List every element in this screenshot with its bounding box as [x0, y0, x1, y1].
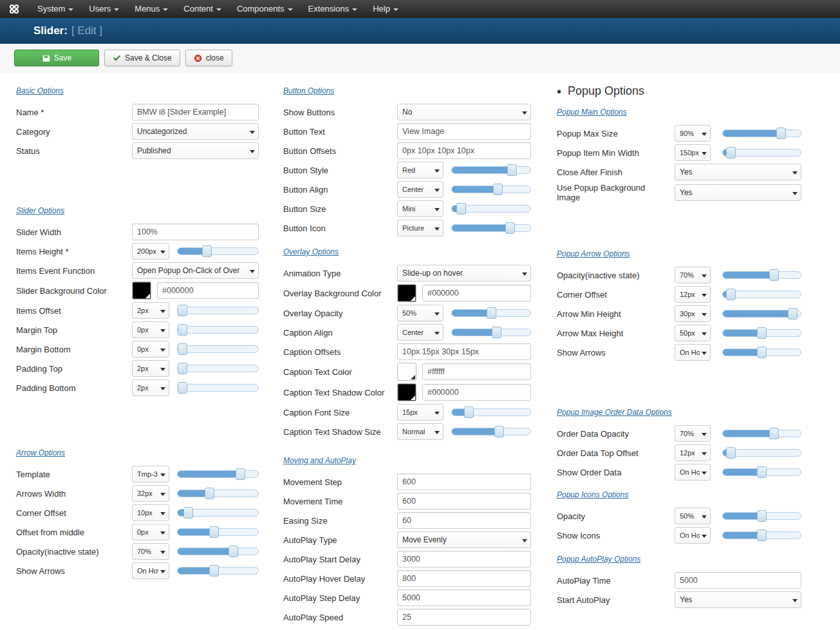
input-movement-time[interactable] — [397, 493, 531, 510]
menu-help[interactable]: Help — [365, 0, 406, 18]
slider-handle[interactable] — [757, 530, 767, 541]
select-order-data-top-offset[interactable]: 12px — [675, 444, 711, 461]
select-button-style[interactable]: Red — [397, 162, 443, 178]
slider-show-arrows[interactable] — [722, 348, 801, 356]
slider-handle[interactable] — [726, 147, 736, 158]
select-animation-type[interactable]: Slide-up on hover — [397, 265, 531, 282]
slider-handle[interactable] — [464, 406, 474, 418]
slider-handle[interactable] — [205, 488, 214, 499]
input-autoplay-step-delay[interactable] — [397, 589, 531, 606]
menu-system[interactable]: System — [30, 0, 81, 18]
slider-handle[interactable] — [505, 222, 515, 234]
input-autoplay-hover-delay[interactable] — [397, 570, 531, 587]
select-show-arrows[interactable]: On Hov — [132, 562, 169, 579]
input-easing-size[interactable] — [397, 512, 531, 529]
slider-button-icon[interactable] — [451, 224, 531, 232]
select-close-after-finish[interactable]: Yes — [675, 164, 801, 180]
save-button[interactable]: Save — [14, 50, 99, 66]
select-autoplay-type[interactable]: Move Evenly — [397, 531, 531, 548]
select-arrows-width[interactable]: 32px — [132, 485, 169, 502]
color-swatch[interactable] — [397, 363, 416, 381]
slider-popup-item-min-width[interactable] — [722, 149, 801, 157]
slider-handle[interactable] — [788, 308, 798, 320]
select-category[interactable]: Uncategorized — [132, 123, 259, 140]
slider-handle[interactable] — [757, 327, 767, 339]
input-name[interactable] — [132, 104, 259, 120]
menu-users[interactable]: Users — [81, 0, 127, 18]
select-caption-font-size[interactable]: 15px — [397, 404, 443, 421]
slider-corner-offset[interactable] — [177, 509, 259, 517]
select-template[interactable]: Tmp-3 — [132, 466, 169, 482]
slider-handle[interactable] — [494, 426, 504, 437]
select-show-arrows[interactable]: On Hov — [675, 344, 711, 361]
slider-handle[interactable] — [456, 203, 466, 215]
slider-margin-bottom[interactable] — [177, 345, 259, 353]
select-corner-offset[interactable]: 10px — [132, 504, 169, 521]
input-button-text[interactable] — [397, 123, 531, 140]
section-link-button-options[interactable]: Button Options — [283, 86, 334, 95]
section-link-slider-options[interactable]: Slider Options — [16, 206, 64, 215]
slider-corner-offset[interactable] — [722, 291, 801, 298]
slider-caption-font-size[interactable] — [451, 408, 531, 416]
slider-handle[interactable] — [202, 245, 212, 257]
slider-handle[interactable] — [178, 305, 187, 316]
select-offset-from-middle[interactable]: 0px — [132, 524, 169, 540]
slider-handle[interactable] — [236, 468, 245, 480]
slider-button-style[interactable] — [451, 166, 531, 174]
select-status[interactable]: Published — [132, 142, 259, 159]
select-items-event-function[interactable]: Open Popup On-Click of Over — [132, 262, 259, 279]
color-swatch[interactable] — [397, 284, 416, 302]
select-opacity-inactive-state[interactable]: 70% — [675, 267, 711, 283]
save-close-button[interactable]: Save & Close — [104, 50, 180, 66]
select-arrow-min-height[interactable]: 30px — [675, 305, 711, 322]
slider-handle[interactable] — [209, 526, 219, 538]
select-popup-item-min-width[interactable]: 150px — [675, 144, 711, 161]
color-swatch[interactable] — [132, 282, 151, 300]
section-link-popup-image-order-data-options[interactable]: Popup Image Order Data Options — [557, 408, 672, 417]
input-overlay-background-color[interactable] — [422, 285, 531, 301]
slider-arrow-min-height[interactable] — [722, 310, 801, 318]
slider-handle[interactable] — [492, 327, 501, 338]
slider-handle[interactable] — [229, 546, 238, 557]
color-swatch[interactable] — [397, 383, 416, 401]
slider-arrows-width[interactable] — [177, 490, 259, 497]
select-order-data-opacity[interactable]: 70% — [675, 425, 711, 442]
select-caption-text-shadow-size[interactable]: Normal — [397, 423, 443, 440]
select-show-order-data[interactable]: On Hov — [675, 464, 711, 481]
slider-margin-top[interactable] — [177, 326, 259, 334]
slider-padding-bottom[interactable] — [177, 384, 259, 392]
slider-handle[interactable] — [757, 347, 767, 358]
select-show-icons[interactable]: On Hov — [675, 527, 711, 544]
section-link-popup-main-options[interactable]: Popup Main Options — [557, 108, 627, 117]
section-link-overlay-options[interactable]: Overlay Options — [283, 247, 339, 256]
slider-handle[interactable] — [776, 128, 786, 139]
slider-overlay-opacity[interactable] — [451, 309, 531, 317]
slider-handle[interactable] — [178, 363, 187, 374]
input-slider-background-color[interactable] — [157, 282, 259, 299]
slider-opacity[interactable] — [722, 512, 801, 520]
slider-handle[interactable] — [507, 164, 517, 176]
section-link-popup-arrow-options[interactable]: Popup Arrow Options — [557, 249, 630, 258]
slider-handle[interactable] — [726, 289, 736, 300]
joomla-logo-icon[interactable] — [9, 4, 19, 14]
menu-content[interactable]: Content — [176, 0, 229, 18]
slider-opacity-inactive-state[interactable] — [177, 548, 259, 555]
slider-handle[interactable] — [493, 184, 503, 195]
section-link-popup-icons-options[interactable]: Popup Icons Options — [557, 490, 628, 499]
select-margin-bottom[interactable]: 0px — [132, 341, 169, 358]
slider-show-arrows[interactable] — [177, 567, 259, 575]
slider-arrow-max-height[interactable] — [722, 329, 801, 337]
menu-components[interactable]: Components — [229, 0, 301, 18]
select-padding-bottom[interactable]: 2px — [132, 379, 169, 396]
select-corner-offset[interactable]: 12px — [675, 286, 711, 303]
section-link-popup-autoplay-options[interactable]: Popup AutoPlay Options — [557, 555, 640, 564]
input-caption-text-color[interactable] — [422, 363, 531, 380]
input-autoplay-speed[interactable] — [397, 609, 531, 625]
slider-opacity-inactive-state[interactable] — [722, 271, 801, 279]
section-link-basic-options[interactable]: Basic Options — [16, 86, 64, 95]
slider-handle[interactable] — [183, 507, 193, 519]
select-arrow-max-height[interactable]: 50px — [675, 325, 711, 341]
select-button-align[interactable]: Center — [397, 181, 443, 198]
slider-show-icons[interactable] — [722, 531, 801, 539]
select-margin-top[interactable]: 0px — [132, 321, 169, 338]
